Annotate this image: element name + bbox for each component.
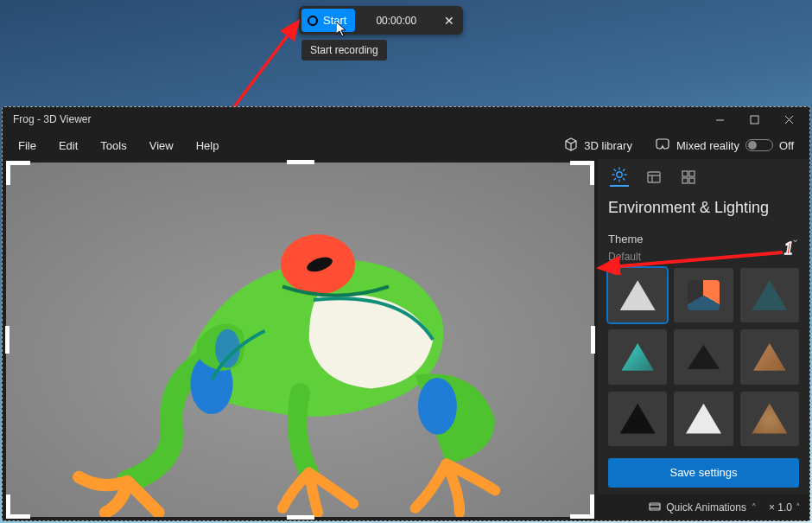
viewport-wrap <box>3 159 598 520</box>
save-settings-label: Save settings <box>669 466 737 479</box>
mixed-reality-state: Off <box>779 139 794 152</box>
theme-dropdown[interactable]: Theme ⌄ <box>608 229 799 251</box>
theme-thumb-8[interactable] <box>674 392 733 446</box>
3d-library-label: 3D library <box>584 139 632 152</box>
theme-thumb-9[interactable] <box>740 392 799 446</box>
svg-rect-26 <box>682 178 688 183</box>
app-body: Environment & Lighting Theme ⌄ Default S… <box>3 159 809 520</box>
svg-point-10 <box>418 378 457 435</box>
cube-icon <box>564 137 578 154</box>
svg-line-20 <box>624 169 625 171</box>
crop-handle-left[interactable] <box>5 326 10 354</box>
tab-grid[interactable] <box>679 168 698 187</box>
titlebar: Frog - 3D Viewer <box>3 107 809 131</box>
crop-handle-tr[interactable] <box>570 161 594 185</box>
svg-rect-25 <box>689 171 695 176</box>
record-icon <box>308 16 318 26</box>
chevron-up-icon-2: ˄ <box>796 502 801 513</box>
svg-rect-24 <box>682 171 688 176</box>
svg-rect-2 <box>751 116 758 124</box>
crop-handle-br[interactable] <box>570 494 594 519</box>
speed-label: × 1.0 <box>769 501 792 513</box>
panel-title: Environment & Lighting <box>608 199 799 217</box>
menu-view[interactable]: View <box>139 134 184 157</box>
start-recording-button[interactable]: Start <box>301 9 355 32</box>
panel-tabs <box>608 164 799 194</box>
minimize-button[interactable] <box>702 107 737 131</box>
theme-selected-value: Default <box>608 251 799 263</box>
window-title: Frog - 3D Viewer <box>6 113 702 125</box>
quick-animations-button[interactable]: Quick Animations ˄ <box>649 501 757 515</box>
svg-point-12 <box>617 172 622 177</box>
3d-viewport[interactable] <box>6 163 594 517</box>
theme-thumb-6[interactable] <box>740 329 799 384</box>
mixed-reality-toggle[interactable] <box>745 139 773 151</box>
svg-line-18 <box>624 179 625 181</box>
quick-animations-label: Quick Animations <box>666 501 746 513</box>
theme-thumb-2[interactable] <box>674 268 733 322</box>
start-tooltip: Start recording <box>301 40 387 61</box>
tab-stats[interactable] <box>644 168 663 187</box>
crop-handle-top[interactable] <box>287 160 314 164</box>
theme-thumb-4[interactable] <box>608 329 667 384</box>
svg-rect-28 <box>650 503 660 510</box>
annotation-number-1: 1 <box>784 239 793 258</box>
mixed-reality-label: Mixed reality <box>676 139 739 152</box>
timer-display: 00:00:00 <box>355 15 437 27</box>
theme-thumbnails <box>608 268 799 446</box>
mixed-reality-control[interactable]: Mixed reality Off <box>644 133 804 158</box>
crop-handle-right[interactable] <box>591 326 595 354</box>
theme-thumb-7[interactable] <box>608 392 667 446</box>
svg-rect-21 <box>648 172 660 182</box>
app-window: Frog - 3D Viewer File Edit Tools View He… <box>2 106 810 521</box>
bottom-bar: Quick Animations ˄ × 1.0 ˄ <box>598 494 809 520</box>
theme-label: Theme <box>608 233 643 246</box>
speed-control[interactable]: × 1.0 ˄ <box>769 501 801 513</box>
save-settings-button[interactable]: Save settings <box>608 458 799 488</box>
crop-handle-bl[interactable] <box>6 494 30 519</box>
crop-handle-bottom[interactable] <box>287 515 314 520</box>
menu-file[interactable]: File <box>8 134 47 157</box>
environment-panel: Environment & Lighting Theme ⌄ Default S… <box>598 159 809 520</box>
theme-thumb-3[interactable] <box>740 268 799 322</box>
close-button[interactable] <box>771 107 806 131</box>
capture-toolbar: Start 00:00:00 ✕ <box>299 6 463 35</box>
menubar: File Edit Tools View Help 3D library Mix… <box>3 131 809 159</box>
mixed-reality-icon <box>655 138 670 153</box>
chevron-up-icon: ˄ <box>752 502 757 513</box>
menu-edit[interactable]: Edit <box>48 134 88 157</box>
frog-model <box>6 163 594 517</box>
crop-handle-tl[interactable] <box>6 161 30 185</box>
svg-line-19 <box>614 179 616 181</box>
theme-thumb-1[interactable] <box>608 268 667 322</box>
svg-rect-27 <box>689 178 695 183</box>
menu-help[interactable]: Help <box>186 134 230 157</box>
tab-lighting[interactable] <box>610 168 629 187</box>
3d-library-button[interactable]: 3D library <box>554 132 643 159</box>
theme-thumb-5[interactable] <box>674 329 733 384</box>
svg-line-17 <box>614 169 616 171</box>
close-capture-button[interactable]: ✕ <box>437 9 461 33</box>
animation-icon <box>649 501 661 515</box>
maximize-button[interactable] <box>737 107 771 131</box>
menu-tools[interactable]: Tools <box>90 134 136 157</box>
